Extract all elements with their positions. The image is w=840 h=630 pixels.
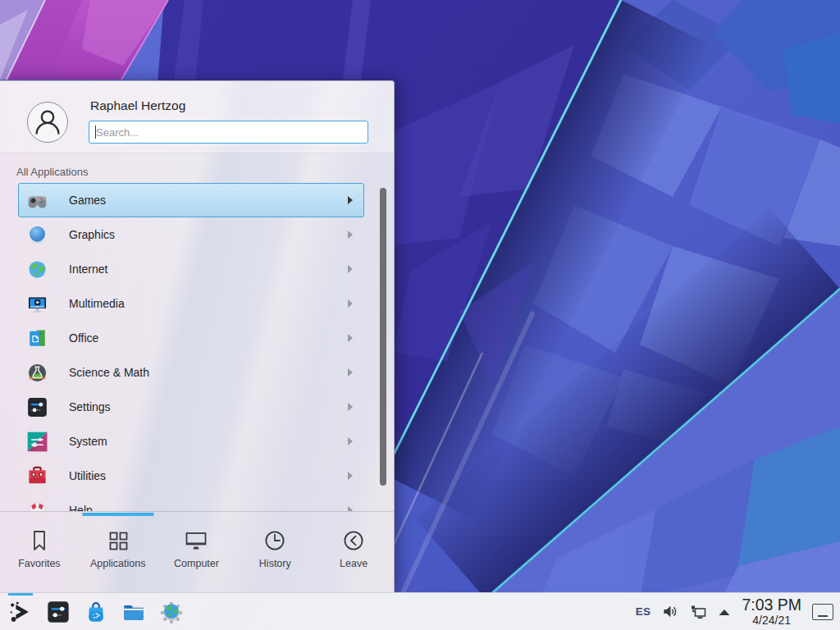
leave-icon (341, 528, 366, 553)
tab-label: Favorites (18, 558, 60, 569)
launcher-header: Raphael Hertzog (0, 81, 394, 153)
category-item-system[interactable]: System (18, 424, 364, 459)
category-item-office[interactable]: Office (18, 321, 364, 355)
search-input[interactable] (89, 121, 368, 143)
tab-favorites[interactable]: Favorites (0, 512, 79, 593)
help-icon (26, 500, 48, 512)
category-item-games[interactable]: Games (18, 183, 364, 217)
browser-icon (159, 600, 184, 624)
clock-date: 4/24/21 (742, 614, 801, 626)
clock-time: 7:03 PM (742, 597, 801, 614)
user-avatar-icon[interactable] (27, 102, 68, 143)
category-label: Multimedia (69, 297, 125, 310)
tab-history[interactable]: History (235, 512, 314, 593)
text-caret (95, 126, 96, 139)
submenu-arrow-icon (348, 231, 353, 239)
category-item-internet[interactable]: Internet (18, 252, 364, 286)
volume-icon[interactable] (661, 603, 678, 620)
category-item-multimedia[interactable]: Multimedia (18, 286, 364, 321)
category-item-help[interactable]: Help (18, 493, 364, 511)
discover-icon (84, 600, 108, 624)
taskbar-app-browser[interactable] (159, 593, 184, 630)
tab-label: Leave (340, 558, 368, 569)
system-icon (26, 431, 48, 453)
submenu-arrow-icon (348, 368, 353, 377)
computer-icon (184, 528, 208, 553)
dolphin-icon (121, 600, 146, 624)
tab-label: History (259, 558, 291, 569)
tray-expander-caret-icon[interactable] (718, 607, 731, 617)
tab-label: Computer (174, 558, 219, 569)
category-label: Utilities (69, 469, 106, 482)
network-icon[interactable] (689, 603, 707, 621)
systemsettings-icon (46, 600, 71, 624)
submenu-arrow-icon (348, 334, 353, 342)
launcher-tabbar: Favorites Applications Computer (0, 512, 393, 593)
tab-computer[interactable]: Computer (158, 512, 236, 593)
applications-icon (106, 528, 130, 553)
submenu-arrow-icon (348, 472, 353, 480)
taskbar-app-discover[interactable] (84, 593, 108, 630)
tab-label: Applications (90, 558, 145, 569)
category-label: System (69, 435, 107, 448)
favorites-icon (27, 528, 52, 553)
pinned-apps (8, 593, 184, 630)
show-desktop-button[interactable] (812, 604, 833, 620)
settings-icon (26, 396, 48, 418)
user-name: Raphael Hertzog (90, 98, 185, 113)
science-icon (26, 362, 48, 384)
category-item-utilities[interactable]: Utilities (18, 459, 364, 493)
category-label: Science & Math (69, 366, 149, 379)
internet-icon (26, 258, 48, 281)
tab-applications[interactable]: Applications (79, 512, 158, 593)
submenu-arrow-icon (348, 196, 353, 204)
games-icon (26, 189, 48, 212)
category-list: Games Graphics Internet (18, 177, 364, 511)
application-launcher-panel: Raphael Hertzog All Applications Games G… (0, 80, 395, 592)
tab-leave[interactable]: Leave (314, 512, 393, 593)
history-icon (262, 528, 287, 553)
category-label: Settings (69, 400, 111, 413)
keyboard-layout-indicator[interactable]: ES (636, 605, 651, 618)
office-icon (26, 327, 48, 349)
utilities-icon (26, 465, 48, 487)
taskbar-app-systemsettings[interactable] (46, 593, 71, 630)
taskbar-app-dolphin[interactable] (121, 593, 146, 630)
taskbar-app-kickoff[interactable] (8, 593, 33, 630)
category-item-science[interactable]: Science & Math (18, 355, 364, 390)
taskbar: ES 7:03 PM 4/24/21 (0, 592, 840, 630)
category-label: Games (69, 194, 106, 207)
submenu-arrow-icon (348, 403, 353, 411)
category-label: Office (69, 331, 98, 345)
graphics-icon (26, 224, 48, 246)
search-box[interactable] (89, 121, 368, 144)
section-label: All Applications (16, 166, 88, 178)
multimedia-icon (26, 293, 48, 315)
kickoff-icon (8, 600, 33, 624)
category-item-graphics[interactable]: Graphics (18, 217, 364, 252)
category-item-settings[interactable]: Settings (18, 390, 364, 424)
scrollbar-thumb[interactable] (380, 188, 386, 486)
category-label: Help (69, 504, 93, 511)
category-label: Graphics (69, 228, 115, 241)
submenu-arrow-icon (348, 265, 353, 273)
submenu-arrow-icon (348, 299, 353, 308)
system-tray: ES 7:03 PM 4/24/21 (636, 593, 833, 630)
category-label: Internet (69, 262, 107, 276)
submenu-arrow-icon (348, 437, 353, 445)
digital-clock[interactable]: 7:03 PM 4/24/21 (742, 597, 801, 626)
